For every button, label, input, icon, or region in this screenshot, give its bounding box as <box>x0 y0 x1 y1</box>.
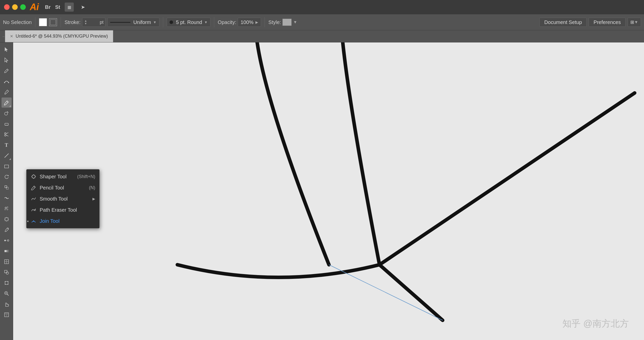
tool-mesh[interactable] <box>2 257 12 267</box>
canvas-area[interactable]: Shaper Tool (Shift+N) Pencil Tool (N) <box>13 42 644 340</box>
tool-shape-builder[interactable] <box>2 267 12 277</box>
opacity-value: 100% <box>241 19 253 25</box>
tabbar: ·· × Untitled-6* @ 544.93% (CMYK/GPU Pre… <box>0 30 644 42</box>
svg-marker-13 <box>8 175 9 176</box>
tool-selection[interactable] <box>2 44 12 55</box>
svg-point-28 <box>7 240 9 241</box>
tool-pencil[interactable]: ◢ <box>2 98 12 108</box>
context-menu: Shaper Tool (Shift+N) Pencil Tool (N) <box>26 169 100 228</box>
pencil-tool-shortcut: (N) <box>89 185 95 190</box>
tool-scale[interactable] <box>2 182 12 192</box>
tool-curvature[interactable] <box>2 76 12 86</box>
svg-rect-38 <box>8 281 8 282</box>
svg-point-18 <box>7 207 8 208</box>
tool-scissors[interactable] <box>2 129 12 139</box>
svg-rect-21 <box>5 218 8 221</box>
selection-group: No Selection <box>3 19 32 25</box>
svg-point-19 <box>7 209 8 210</box>
style-swatch[interactable] <box>282 19 292 26</box>
svg-line-0 <box>7 69 8 70</box>
tab-title: Untitled-6* @ 544.93% (CMYK/GPU Preview) <box>16 34 108 39</box>
pencil-tool-icon <box>31 185 37 191</box>
svg-point-48 <box>33 221 34 222</box>
tool-rotate[interactable] <box>2 172 12 182</box>
tool-eyedropper[interactable] <box>2 225 12 235</box>
svg-rect-40 <box>8 284 8 285</box>
tool-artboard[interactable] <box>2 214 12 224</box>
menu-item-smooth-tool[interactable]: Smooth Tool ▶ <box>27 193 99 204</box>
menu-item-join-tool[interactable]: Join Tool <box>27 215 99 227</box>
app-logo: Ai <box>30 3 39 12</box>
spinner-arrows[interactable]: ▲ ▼ <box>84 19 87 25</box>
svg-point-17 <box>5 207 7 209</box>
brush-size-label: 5 pt. Round <box>176 19 202 25</box>
menu-item-shaper-tool[interactable]: Shaper Tool (Shift+N) <box>27 171 99 182</box>
style-caret[interactable]: ▼ <box>293 20 297 25</box>
drawing-canvas <box>13 42 644 340</box>
opacity-group: Opacity: 100% ▶ <box>218 18 261 27</box>
tool-pen[interactable] <box>2 66 12 76</box>
minimize-button[interactable] <box>12 4 18 10</box>
brush-size-dropdown[interactable]: 5 pt. Round ▼ <box>167 18 210 27</box>
smooth-tool-arrow: ▶ <box>92 197 95 201</box>
svg-point-35 <box>6 272 9 274</box>
line-sub: ◢ <box>9 158 11 160</box>
tool-paintbrush[interactable] <box>2 87 12 97</box>
document-setup-button[interactable]: Document Setup <box>539 18 587 27</box>
tool-hand[interactable] <box>2 299 12 309</box>
fill-swatch[interactable] <box>39 18 47 26</box>
svg-rect-34 <box>5 270 7 273</box>
stock-icon[interactable]: St <box>55 4 60 10</box>
svg-point-16 <box>6 198 7 199</box>
opacity-dropdown[interactable]: 100% ▶ <box>238 18 261 27</box>
stroke-mode-btn[interactable] <box>49 18 57 26</box>
menu-item-path-eraser-tool[interactable]: Path Eraser Tool <box>27 204 99 215</box>
close-button[interactable] <box>4 4 10 10</box>
path-eraser-tool-label: Path Eraser Tool <box>40 207 95 213</box>
path-eraser-tool-icon <box>31 207 37 213</box>
tool-eraser[interactable] <box>2 119 12 129</box>
send-icon[interactable]: ➤ <box>78 3 87 12</box>
arrange-btn[interactable]: ⊞ ▼ <box>628 18 641 27</box>
tool-direct-selection[interactable] <box>2 55 12 65</box>
tool-free-transform[interactable] <box>2 278 12 288</box>
titlebar-icons: Br St ▦ ➤ <box>45 3 87 12</box>
divider-2 <box>61 17 61 27</box>
tab-close-icon[interactable]: × <box>10 33 13 39</box>
brush-size-caret: ▼ <box>204 20 208 24</box>
tool-live-paint[interactable] <box>2 310 12 320</box>
stroke-type-dropdown[interactable]: Uniform ▼ <box>107 18 159 27</box>
tool-line[interactable]: ◢ <box>2 151 12 161</box>
stroke-value-input[interactable]: 1 <box>87 19 99 25</box>
stroke-label: Stroke: <box>64 19 80 25</box>
tool-type[interactable]: T <box>2 140 12 150</box>
tool-blob-brush[interactable] <box>2 108 12 118</box>
spinner-down[interactable]: ▼ <box>84 22 87 25</box>
toolbar: No Selection Stroke: ▲ ▼ 1 pt Uniform ▼ … <box>0 14 644 30</box>
shaper-tool-icon <box>31 174 37 180</box>
workspace-switcher[interactable]: ▦ <box>65 3 74 12</box>
left-toolbar: ◢ T <box>0 42 13 340</box>
svg-line-11 <box>5 154 9 158</box>
document-tab[interactable]: × Untitled-6* @ 544.93% (CMYK/GPU Previe… <box>5 30 113 42</box>
tool-symbol[interactable] <box>2 204 12 214</box>
opacity-caret: ▶ <box>255 20 258 24</box>
preferences-button[interactable]: Preferences <box>589 18 626 27</box>
no-selection-label: No Selection <box>3 19 32 25</box>
join-tool-icon <box>31 218 37 224</box>
tab-scroll-left[interactable]: ·· <box>0 30 5 42</box>
tool-zoom[interactable] <box>2 288 12 299</box>
bridge-icon[interactable]: Br <box>45 4 51 10</box>
style-group: Style: ▼ <box>268 19 297 26</box>
menu-item-pencil-tool[interactable]: Pencil Tool (N) <box>27 182 99 193</box>
svg-rect-39 <box>5 284 6 285</box>
maximize-button[interactable] <box>20 4 26 10</box>
shaper-tool-shortcut: (Shift+N) <box>77 174 95 179</box>
tool-rectangle[interactable] <box>2 161 12 171</box>
stroke-spinner[interactable]: ▲ ▼ 1 pt <box>82 18 105 27</box>
tool-gradient[interactable] <box>2 246 12 256</box>
tool-warp[interactable] <box>2 193 12 203</box>
svg-rect-5 <box>5 123 8 125</box>
tool-blend[interactable] <box>2 235 12 246</box>
svg-rect-12 <box>5 165 9 168</box>
